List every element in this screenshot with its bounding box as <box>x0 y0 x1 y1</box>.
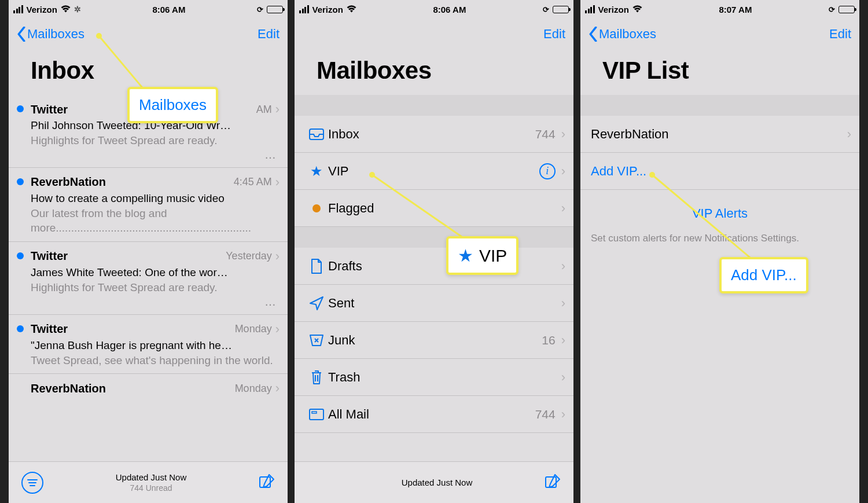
trash-icon <box>305 370 328 385</box>
mailbox-label: All Mail <box>328 407 535 422</box>
vip-contact-label: ReverbNation <box>591 127 847 142</box>
vip-alerts-button[interactable]: VIP Alerts <box>580 190 859 232</box>
chevron-right-icon: › <box>561 164 565 179</box>
chevron-right-icon: › <box>561 127 565 142</box>
chevron-right-icon: › <box>847 127 851 142</box>
message-preview: Highlights for Tweet Spread are ready. <box>31 133 279 148</box>
mailbox-row-drafts[interactable]: Drafts › <box>295 248 573 285</box>
unread-dot-icon <box>17 178 24 185</box>
battery-icon <box>267 6 283 13</box>
nav-bar: Edit <box>295 19 573 50</box>
chevron-left-icon <box>17 27 26 42</box>
carrier-label: Verizon <box>27 5 57 14</box>
message-row[interactable]: Twitter Monday› "Jenna Bush Hager is pre… <box>9 315 288 375</box>
chevron-left-icon <box>589 27 598 42</box>
message-sender: Twitter <box>31 103 68 116</box>
message-time: 4:45 AM› <box>234 175 279 190</box>
mailbox-row-inbox[interactable]: Inbox 744 › <box>295 116 573 153</box>
nav-bar: Mailboxes Edit <box>9 19 288 50</box>
status-time: 8:06 AM <box>433 5 466 14</box>
vip-footer-text: Set custom alerts for new Notifications … <box>580 232 859 245</box>
chevron-right-icon: › <box>561 370 565 385</box>
back-mailboxes-button[interactable]: Mailboxes <box>17 27 84 42</box>
status-bar: Verizon 8:07 AM ⟳ <box>580 0 859 19</box>
mailbox-row-vip[interactable]: ★ VIP i › <box>295 153 573 190</box>
battery-icon <box>553 6 569 13</box>
loading-icon: ✲ <box>74 5 81 14</box>
mailbox-label: Sent <box>328 296 561 311</box>
message-row[interactable]: Twitter Yesterday› James White Tweeted: … <box>9 242 288 315</box>
message-list: Twitter AM› Phil Johnson Tweeted: 10-Yea… <box>9 95 288 402</box>
chevron-right-icon: › <box>275 175 279 190</box>
sent-icon <box>305 296 328 311</box>
edit-button[interactable]: Edit <box>829 27 851 42</box>
battery-icon <box>838 6 855 13</box>
edit-button[interactable]: Edit <box>258 27 279 42</box>
unread-dot-icon <box>17 252 24 259</box>
svg-rect-4 <box>310 409 323 420</box>
chevron-right-icon: › <box>275 322 279 337</box>
message-preview: Tweet Spread, see what's happening in th… <box>31 353 279 368</box>
compose-icon <box>259 473 275 490</box>
wifi-icon <box>632 5 642 14</box>
page-title: Mailboxes <box>295 50 573 95</box>
mailbox-label: Drafts <box>328 259 561 274</box>
toolbar-status: Updated Just Now 744 Unread <box>116 472 187 494</box>
screen-inbox: Verizon ✲ 8:06 AM ⟳ Mailboxes Edit Inbox… <box>9 0 288 503</box>
section-gap <box>580 95 859 116</box>
mailbox-row-junk[interactable]: Junk 16 › <box>295 322 573 359</box>
carrier-label: Verizon <box>312 5 343 14</box>
mailbox-row-trash[interactable]: Trash › <box>295 359 573 396</box>
chevron-right-icon: › <box>561 296 565 311</box>
signal-icon <box>585 5 595 13</box>
carrier-label: Verizon <box>598 5 629 14</box>
chevron-right-icon: › <box>275 102 279 117</box>
info-icon[interactable]: i <box>539 163 556 179</box>
message-subject: How to create a compelling music video <box>31 192 279 205</box>
more-icon[interactable]: … <box>31 295 279 309</box>
compose-button[interactable] <box>545 473 561 492</box>
rotation-lock-icon: ⟳ <box>829 5 835 14</box>
back-label: Mailboxes <box>27 27 84 42</box>
message-row[interactable]: ReverbNation 4:45 AM› How to create a co… <box>9 168 288 242</box>
callout-vip: ★ VIP <box>446 236 518 275</box>
message-sender: ReverbNation <box>31 175 106 189</box>
star-icon: ★ <box>458 245 473 266</box>
drafts-icon <box>305 259 328 274</box>
back-mailboxes-button[interactable]: Mailboxes <box>589 27 656 42</box>
mailbox-count: 744 <box>535 407 556 421</box>
mailbox-row-sent[interactable]: Sent › <box>295 285 573 322</box>
mailbox-count: 16 <box>542 333 555 347</box>
message-preview: Highlights for Tweet Spread are ready. <box>31 280 279 295</box>
allmail-icon <box>305 407 328 422</box>
wifi-icon <box>347 5 356 14</box>
status-bar: Verizon 8:06 AM ⟳ <box>295 0 573 19</box>
chevron-right-icon: › <box>561 407 565 422</box>
vip-contact-row[interactable]: ReverbNation › <box>580 116 859 153</box>
compose-icon <box>545 473 561 490</box>
mailbox-count: 744 <box>535 127 556 141</box>
unread-dot-icon <box>17 325 24 332</box>
callout-add-vip: Add VIP... <box>719 257 808 293</box>
mailbox-row-allmail[interactable]: All Mail 744 › <box>295 396 573 433</box>
message-time: Monday› <box>235 381 279 396</box>
toolbar: Updated Just Now 744 Unread <box>9 461 288 503</box>
status-bar: Verizon ✲ 8:06 AM ⟳ <box>9 0 288 19</box>
wifi-icon <box>61 5 71 14</box>
status-time: 8:07 AM <box>719 5 752 14</box>
edit-button[interactable]: Edit <box>543 27 565 42</box>
add-vip-button[interactable]: Add VIP... <box>580 153 859 190</box>
mailbox-row-flagged[interactable]: Flagged › <box>295 190 573 227</box>
callout-mailboxes: Mailboxes <box>127 87 218 123</box>
filter-button[interactable] <box>21 472 43 494</box>
mailbox-label: Junk <box>328 333 542 348</box>
svg-rect-5 <box>312 412 317 413</box>
screen-mailboxes: Verizon 8:06 AM ⟳ Edit Mailboxes Inbox 7… <box>295 0 573 503</box>
message-subject: James White Tweeted: One of the wor… <box>31 266 279 279</box>
more-icon[interactable]: … <box>31 148 279 161</box>
screen-vip-list: Verizon 8:07 AM ⟳ Mailboxes Edit VIP Lis… <box>580 0 859 503</box>
compose-button[interactable] <box>259 473 275 492</box>
nav-bar: Mailboxes Edit <box>580 19 859 50</box>
message-row[interactable]: ReverbNation Monday› <box>9 374 288 402</box>
inbox-icon <box>305 127 328 142</box>
